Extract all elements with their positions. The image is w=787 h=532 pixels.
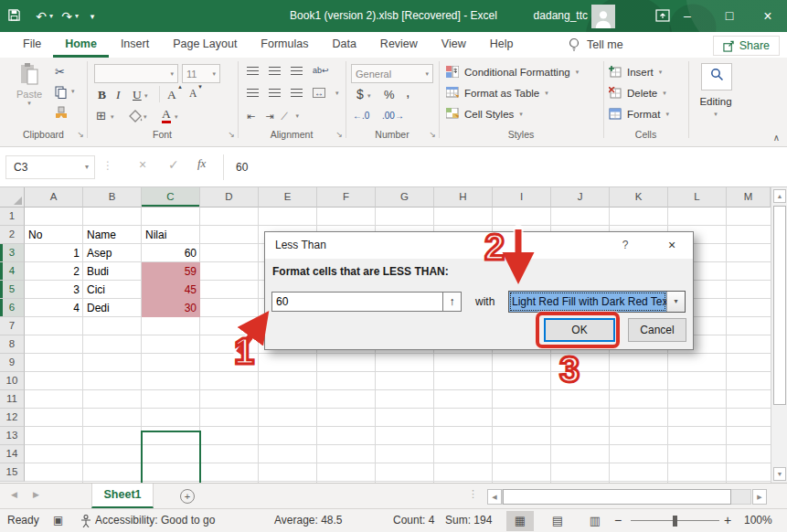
row-header-8[interactable]: 8 [0,335,25,354]
column-header-D[interactable]: D [200,187,259,207]
italic-button[interactable]: I [116,88,121,102]
row-header-7[interactable]: 7 [0,317,25,335]
delete-cells-button[interactable]: Delete ▾ [609,87,666,99]
format-as-table-button[interactable]: Format as Table ▾ [446,87,548,99]
cell-A3[interactable]: 1 [25,244,83,262]
cut-icon[interactable]: ✂ [55,65,65,79]
align-right-icon[interactable] [291,89,303,97]
increase-indent-icon[interactable]: ⇥ [265,111,273,122]
row-header-1[interactable]: 1 [0,207,25,226]
cell-A4[interactable]: 2 [25,262,83,281]
editing-button[interactable] [701,63,732,90]
cell-B6[interactable]: Dedi [83,299,142,317]
ok-button[interactable]: OK [544,318,615,342]
dialog-close-button[interactable]: × [658,232,686,259]
fill-color-button[interactable] [129,110,143,125]
column-header-I[interactable]: I [493,187,551,207]
grow-font-button[interactable]: A [167,88,176,102]
comma-style-button[interactable]: , [406,84,409,101]
zoom-in-button[interactable]: + [724,509,731,532]
underline-button[interactable]: U [133,88,142,102]
avatar[interactable] [591,5,615,28]
scroll-up-icon[interactable]: ▲ [773,189,786,203]
borders-chevron-icon[interactable]: ▾ [111,113,114,121]
scroll-right-icon[interactable]: ▶ [752,489,767,505]
cancel-entry-icon[interactable]: × [139,157,146,172]
row-header-13[interactable]: 13 [0,427,25,445]
font-color-chevron-icon[interactable]: ▾ [175,113,178,121]
cell-C2[interactable]: Nilai [142,226,200,244]
align-center-icon[interactable] [269,89,281,97]
scroll-down-icon[interactable]: ▼ [773,467,786,481]
bold-button[interactable]: B [98,88,106,102]
sheet-nav-right-icon[interactable]: ▶ [33,490,39,499]
column-header-M[interactable]: M [727,187,771,207]
select-all-corner[interactable] [0,187,25,207]
tab-file[interactable]: File [11,32,53,58]
signed-in-user[interactable]: dadang_ttc [534,0,588,32]
column-header-A[interactable]: A [25,187,83,207]
sheet-nav-left-icon[interactable]: ◀ [11,490,17,499]
cell-A5[interactable]: 3 [25,281,83,299]
dialog-help-button[interactable]: ? [614,232,636,259]
row-header-2[interactable]: 2 [0,226,25,244]
new-sheet-button[interactable]: + [180,489,195,504]
formula-input[interactable]: 60 [230,155,780,179]
format-cells-button[interactable]: Format ▾ [609,108,669,120]
alignment-dialog-launcher-icon[interactable]: ↘ [335,130,343,139]
cell-C5[interactable]: 45 [142,281,200,299]
fill-color-chevron-icon[interactable]: ▾ [144,113,147,121]
row-header-5[interactable]: 5 [0,281,25,299]
font-dialog-launcher-icon[interactable]: ↘ [228,130,235,139]
minimize-button[interactable]: – [672,0,703,32]
cell-B5[interactable]: Cici [83,281,142,299]
tab-help[interactable]: Help [478,32,526,58]
row-header-3[interactable]: 3 [0,244,25,262]
font-size-combo[interactable]: 11▾ [182,64,220,83]
tab-page-layout[interactable]: Page Layout [161,32,249,58]
row-header-10[interactable]: 10 [0,372,25,390]
copy-chevron-icon[interactable]: ▾ [71,88,75,95]
shrink-font-button[interactable]: A [189,88,197,99]
tell-me-box[interactable]: Tell me [569,32,623,58]
row-header-11[interactable]: 11 [0,390,25,409]
formula-bar-dots-icon[interactable]: ⋮ [102,159,113,172]
column-header-H[interactable]: H [434,187,493,207]
decrease-indent-icon[interactable]: ⇤ [247,111,255,122]
row-header-9[interactable]: 9 [0,354,25,372]
vertical-scroll-thumb[interactable] [773,206,786,405]
accounting-chevron-icon[interactable]: ▾ [367,92,371,100]
cell-C4[interactable]: 59 [142,262,200,281]
collapse-ribbon-icon[interactable]: ∧ [773,133,780,143]
column-header-K[interactable]: K [610,187,668,207]
clipboard-dialog-launcher-icon[interactable]: ↘ [77,130,84,139]
tab-view[interactable]: View [430,32,478,58]
name-box[interactable]: C3▾ [5,155,95,179]
row-header-12[interactable]: 12 [0,409,25,427]
orientation-chevron-icon[interactable]: ▾ [295,112,299,120]
format-painter-icon[interactable] [55,106,68,122]
paste-chevron-icon[interactable]: ▾ [9,100,49,107]
macro-record-icon[interactable]: ▣ [53,509,63,532]
increase-decimal-button[interactable]: ←.0 [353,111,369,121]
decrease-decimal-button[interactable]: .00→ [382,111,404,121]
scroll-left-icon[interactable]: ◀ [487,489,502,505]
align-left-icon[interactable] [247,89,259,97]
ribbon-display-options-icon[interactable] [655,8,670,23]
collapse-dialog-button[interactable]: ↑ [443,292,462,312]
accessibility-icon[interactable] [80,509,91,532]
cell-C6[interactable]: 30 [142,299,200,317]
merge-chevron-icon[interactable]: ▾ [335,90,339,97]
tabbar-dots-icon[interactable]: ⋮ [468,488,478,500]
number-format-combo[interactable]: General▾ [351,64,433,83]
wrap-text-icon[interactable]: ab↩ [313,66,329,75]
dropdown-chevron-icon[interactable]: ▾ [666,292,685,312]
row-header-4[interactable]: 4 [0,262,25,281]
tab-review[interactable]: Review [368,32,430,58]
tab-data[interactable]: Data [320,32,367,58]
accessibility-status[interactable]: Accessibility: Good to go [95,509,215,532]
insert-function-icon[interactable]: fx [197,156,206,171]
zoom-out-button[interactable]: − [614,509,622,532]
font-color-button[interactable]: A [162,108,171,123]
font-name-combo[interactable]: ▾ [94,64,178,83]
